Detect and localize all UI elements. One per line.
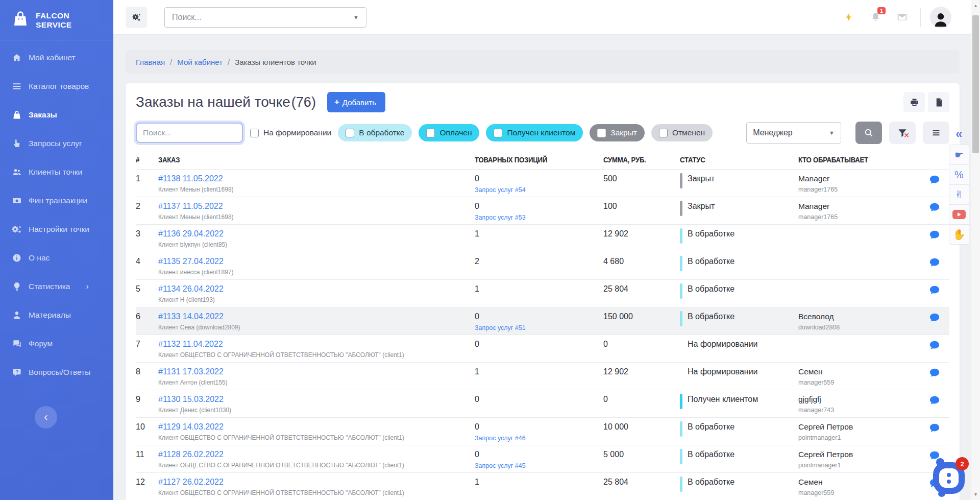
sidebar-item-hand-point[interactable]: Запросы услуг [0,129,113,158]
panel-collapse-button[interactable]: « [955,127,962,141]
row-chat-button[interactable] [929,261,940,270]
envelope-icon [897,12,908,22]
hand-point-right-button[interactable]: ☛ [949,145,969,165]
percent-button[interactable]: % [949,164,969,185]
print-button[interactable] [903,92,925,112]
sidebar-item-info[interactable]: О нас [0,244,113,272]
lightning-button[interactable] [836,12,862,22]
sidebar-item-question[interactable]: ?Вопросы/Ответы [0,358,113,387]
client-name: Клиент blyкпун (client85) [158,241,475,248]
breadcrumb-home-link[interactable]: Главная [136,58,165,66]
scroll-up-icon[interactable]: ▲ [971,3,980,8]
order-link[interactable]: #1130 15.03.2022 [158,395,475,404]
raised-hand-button[interactable]: ✋ [949,224,969,245]
checkbox-icon[interactable] [597,129,606,137]
table-search-input[interactable] [136,123,243,143]
status-filter-toggle[interactable]: На формировании [250,128,331,137]
row-chat-button[interactable] [929,316,940,325]
manager-name: Сергей Петров [798,450,929,459]
order-link[interactable]: #1138 11.05.2022 [158,174,475,183]
sidebar-item-money[interactable]: Фин транзакции [0,186,113,215]
notifications-button[interactable]: 1 [862,12,889,22]
sidebar-item-bulb[interactable]: Статистика› [0,272,113,301]
order-link[interactable]: #1133 14.04.2022 [158,312,475,321]
order-link[interactable]: #1136 29.04.2022 [158,229,475,239]
youtube-button[interactable] [949,204,969,225]
sidebar-collapse-button[interactable]: ‹ [35,406,57,428]
column-header: КТО ОБРАБАТЫВАЕТ [798,155,929,164]
checkbox-icon[interactable] [659,129,668,137]
victory-hand-button[interactable]: ✌ [949,184,969,205]
status-bar [680,228,682,244]
row-chat-button[interactable] [929,233,940,242]
manager-select[interactable]: Менеджер ▼ [746,122,841,144]
checkbox-icon[interactable] [250,129,259,137]
sidebar-item-list[interactable]: Каталог товаров [0,72,113,101]
sidebar: FALCON SERVICE Мой кабинетКаталог товаро… [0,0,113,500]
row-chat-button[interactable] [929,178,940,187]
row-chat-button[interactable] [929,426,940,435]
settings-gears-button[interactable] [126,7,147,28]
gears-icon [12,224,22,234]
sidebar-item-person[interactable]: Материалы [0,301,113,329]
order-link[interactable]: #1127 26.02.2022 [158,478,475,487]
chat-unread-badge: 2 [955,457,969,470]
service-request-link[interactable]: Запрос услуг #46 [475,435,603,442]
order-link[interactable]: #1134 26.04.2022 [158,284,475,294]
sidebar-item-home[interactable]: Мой кабинет [0,43,113,72]
order-link[interactable]: #1135 27.04.2022 [158,257,475,266]
orders-count: (76) [291,94,316,110]
order-link[interactable]: #1129 14.03.2022 [158,422,475,432]
row-chat-button[interactable] [929,371,940,380]
row-chat-button[interactable] [929,289,940,297]
scrollbar-thumb[interactable] [972,15,979,153]
status-filter-toggle[interactable]: В обработке [338,124,412,141]
service-request-link[interactable]: Запрос услуг #54 [475,186,603,194]
client-name: Клиент Менын (client1698) [158,186,475,193]
order-link[interactable]: #1137 11.05.2022 [158,202,475,211]
status-filter-toggle[interactable]: Получен клиентом [486,124,583,141]
page-scrollbar[interactable]: ▲ ▼ [971,0,980,500]
user-avatar[interactable] [930,7,951,28]
clear-filters-button[interactable]: ✕ [889,122,916,144]
add-order-button[interactable]: + Добавить [327,92,385,112]
sidebar-item-users[interactable]: Клиенты точки [0,158,113,186]
brand[interactable]: FALCON SERVICE [0,0,113,40]
status-filter-toggle[interactable]: Оплачен [419,124,479,141]
client-name: Клиент Н (client193) [158,296,475,303]
sidebar-item-bag[interactable]: Заказы [0,101,113,129]
global-search-select[interactable]: Поиск... ▼ [164,7,366,28]
service-request-link[interactable]: Запрос услуг #45 [475,462,603,469]
table-menu-button[interactable] [923,122,949,144]
positions-count: 1 [475,367,603,376]
status-filter-toggle[interactable]: Закрыт [590,124,645,141]
scroll-down-icon[interactable]: ▼ [971,492,980,497]
row-chat-button[interactable] [929,344,940,352]
positions-count: 0 [475,202,603,211]
checkbox-icon[interactable] [494,129,502,137]
status-filter-toggle[interactable]: Отменен [651,124,713,141]
service-request-link[interactable]: Запрос услуг #51 [475,324,603,331]
row-chat-button[interactable] [929,399,940,408]
brand-bag-icon [11,10,30,31]
export-excel-button[interactable] [928,92,949,112]
toggle-label: Закрыт [610,128,637,137]
column-header: ЗАКАЗ [158,155,475,164]
client-name: Клиент Сева (download2809) [158,324,475,331]
breadcrumb-cabinet-link[interactable]: Мой кабинет [177,58,223,66]
order-link[interactable]: #1128 26.02.2022 [158,450,475,459]
row-chat-button[interactable] [929,206,940,215]
checkbox-icon[interactable] [426,129,435,137]
order-link[interactable]: #1132 11.04.2022 [158,340,475,349]
sidebar-divider [0,40,113,40]
order-link[interactable]: #1131 17.03.2022 [158,367,475,376]
messages-button[interactable] [889,12,915,22]
support-chat-fab[interactable]: 2 [933,462,965,494]
apply-search-button[interactable] [855,122,882,144]
toggle-label: На формировании [263,128,331,137]
sidebar-item-comments[interactable]: Форум [0,329,113,358]
row-index: 4 [136,257,140,266]
checkbox-icon[interactable] [346,129,354,137]
sidebar-item-gears[interactable]: Настройки точки [0,215,113,244]
service-request-link[interactable]: Запрос услуг #53 [475,214,603,221]
